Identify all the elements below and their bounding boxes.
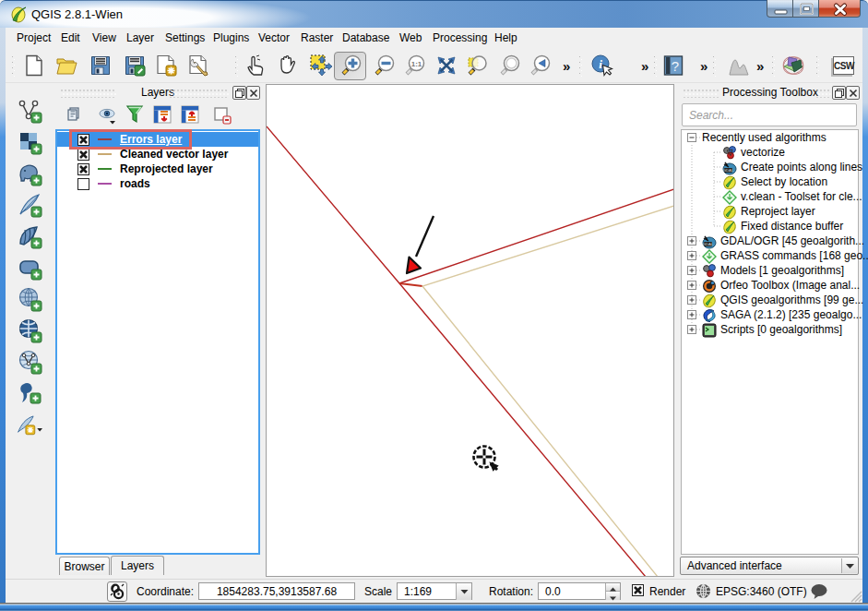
svg-text:?: ? — [672, 58, 679, 74]
svg-text:i: i — [599, 57, 602, 71]
svg-text:GDAL: GDAL — [723, 168, 734, 173]
svg-text:1:1: 1:1 — [411, 60, 422, 68]
svg-text:GDAL: GDAL — [703, 242, 714, 246]
